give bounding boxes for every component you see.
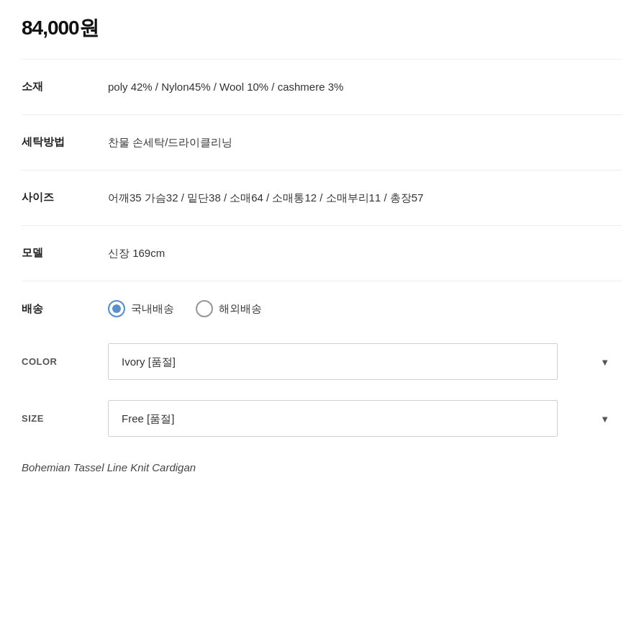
info-row-material: 소재 poly 42% / Nylon45% / Wool 10% / cash… bbox=[22, 63, 622, 112]
label-material: 소재 bbox=[22, 78, 108, 94]
divider-1 bbox=[22, 59, 622, 60]
info-row-model: 모델 신장 169cm bbox=[22, 229, 622, 278]
color-select-section: COLOR Ivory [품절] ▼ bbox=[22, 333, 622, 390]
divider-4 bbox=[22, 225, 622, 226]
info-table: 소재 poly 42% / Nylon45% / Wool 10% / cash… bbox=[22, 59, 622, 281]
size-select[interactable]: Free [품절] bbox=[108, 400, 558, 437]
product-name-section: Bohemian Tassel Line Knit Cardigan bbox=[22, 447, 622, 481]
product-name: Bohemian Tassel Line Knit Cardigan bbox=[22, 461, 196, 473]
shipping-options: 국내배송 해외배송 bbox=[108, 300, 262, 317]
label-model: 모델 bbox=[22, 245, 108, 260]
overseas-shipping-option[interactable]: 해외배송 bbox=[196, 300, 262, 317]
domestic-shipping-option[interactable]: 국내배송 bbox=[108, 300, 174, 317]
size-select-wrapper: Free [품절] ▼ bbox=[108, 400, 622, 437]
label-wash: 세탁방법 bbox=[22, 134, 108, 149]
label-size: 사이즈 bbox=[22, 189, 108, 204]
price-section: 84,000원 bbox=[22, 7, 622, 56]
color-select-arrow-icon: ▼ bbox=[600, 356, 609, 367]
overseas-radio-label: 해외배송 bbox=[219, 302, 262, 316]
value-material: poly 42% / Nylon45% / Wool 10% / cashmer… bbox=[108, 78, 622, 96]
size-label: SIZE bbox=[22, 413, 108, 424]
domestic-radio-circle[interactable] bbox=[108, 300, 125, 317]
color-select[interactable]: Ivory [품절] bbox=[108, 343, 558, 380]
page-container: 84,000원 소재 poly 42% / Nylon45% / Wool 10… bbox=[0, 0, 644, 495]
divider-3 bbox=[22, 170, 622, 171]
shipping-section: 배송 국내배송 해외배송 bbox=[22, 284, 622, 333]
overseas-radio-circle[interactable] bbox=[196, 300, 213, 317]
value-model: 신장 169cm bbox=[108, 245, 622, 262]
divider-2 bbox=[22, 114, 622, 115]
price-text: 84,000원 bbox=[22, 17, 99, 39]
size-select-arrow-icon: ▼ bbox=[600, 413, 609, 424]
color-label: COLOR bbox=[22, 356, 108, 367]
divider-5 bbox=[22, 281, 622, 281]
value-wash: 찬물 손세탁/드라이클리닝 bbox=[108, 134, 622, 151]
domestic-radio-label: 국내배송 bbox=[131, 302, 174, 316]
shipping-label: 배송 bbox=[22, 302, 108, 316]
value-size: 어깨35 가슴32 / 밑단38 / 소매64 / 소매통12 / 소매부리11… bbox=[108, 189, 622, 207]
size-select-section: SIZE Free [품절] ▼ bbox=[22, 390, 622, 447]
info-row-size: 사이즈 어깨35 가슴32 / 밑단38 / 소매64 / 소매통12 / 소매… bbox=[22, 173, 622, 222]
color-select-wrapper: Ivory [품절] ▼ bbox=[108, 343, 622, 380]
info-row-wash: 세탁방법 찬물 손세탁/드라이클리닝 bbox=[22, 118, 622, 167]
